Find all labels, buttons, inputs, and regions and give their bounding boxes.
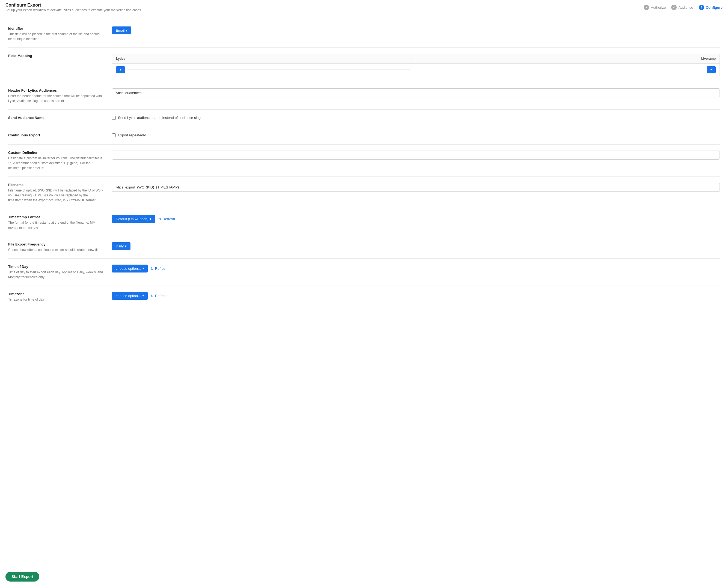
time-of-day-control: choose option... ▾ ↻ Refresh (112, 264, 720, 273)
field-mapping-title: Field Mapping (8, 54, 104, 58)
timezone-dropdown-label: choose option... (116, 294, 141, 298)
filename-label: Filename Filename of upload. {WORKID} wi… (8, 183, 112, 203)
step-authorize[interactable]: ✓ Authorize (644, 5, 666, 10)
identifier-control: Email ▾ (112, 26, 720, 34)
time-of-day-chevron: ▾ (142, 267, 144, 270)
section-header-lytics: Header For Lytics Audiences Enter the he… (8, 83, 720, 110)
header-lytics-title: Header For Lytics Audiences (8, 88, 104, 92)
time-of-day-refresh-btn[interactable]: ↻ Refresh (151, 266, 167, 271)
field-mapping-label: Field Mapping (8, 54, 112, 59)
time-of-day-refresh-icon: ↻ (151, 266, 154, 271)
identifier-dropdown[interactable]: Email ▾ (112, 26, 131, 34)
section-continuous-export: Continuous Export Export repeatedly (8, 127, 720, 145)
timezone-refresh-btn[interactable]: ↻ Refresh (151, 294, 167, 298)
continuous-export-control: Export repeatedly (112, 133, 720, 137)
timestamp-format-refresh-btn[interactable]: ↻ Refresh (158, 217, 175, 221)
page-subtitle: Set up your export workflow to activate … (5, 8, 142, 12)
timestamp-format-refresh-label: Refresh (163, 217, 175, 221)
continuous-export-checkbox-row[interactable]: Export repeatedly (112, 133, 720, 137)
time-of-day-desc: Time of day to start export each day. Ap… (8, 270, 104, 280)
step-audience-circle: ✓ (671, 5, 677, 10)
send-audience-name-checkbox[interactable] (112, 116, 116, 120)
liveramp-cell: ▾ (416, 64, 720, 76)
main-content: Identifier This field will be placed in … (0, 15, 728, 314)
step-audience-label: Audience (678, 5, 693, 9)
liveramp-dropdown[interactable]: ▾ (707, 66, 716, 73)
lytics-header: Lytics (112, 54, 416, 63)
top-bar-left: Configure Export Set up your export work… (5, 3, 142, 12)
liveramp-header: Liveramp (416, 54, 720, 63)
file-export-frequency-control: Daily ▾ (112, 242, 720, 250)
timezone-group: choose option... ▾ ↻ Refresh (112, 292, 720, 300)
timezone-title: Timezone (8, 292, 104, 296)
continuous-export-checkbox-label: Export repeatedly (118, 133, 146, 137)
section-send-audience-name: Send Audience Name Send Lytics audience … (8, 110, 720, 127)
file-export-frequency-dropdown[interactable]: Daily ▾ (112, 242, 131, 250)
custom-delimiter-desc: Designate a custom delimiter for your fi… (8, 156, 104, 170)
identifier-dropdown-label: Email ▾ (116, 28, 128, 32)
top-bar: Configure Export Set up your export work… (0, 0, 728, 15)
custom-delimiter-label: Custom Delimiter Designate a custom deli… (8, 150, 112, 170)
section-time-of-day: Time of Day Time of day to start export … (8, 259, 720, 286)
step-authorize-circle: ✓ (644, 5, 649, 10)
filename-title: Filename (8, 183, 104, 187)
lytics-dropdown[interactable]: ▾ (116, 66, 125, 73)
filename-desc: Filename of upload. {WORKID} will be rep… (8, 188, 104, 203)
header-lytics-label: Header For Lytics Audiences Enter the he… (8, 88, 112, 103)
time-of-day-label: Time of Day Time of day to start export … (8, 264, 112, 280)
filename-input[interactable] (112, 183, 720, 192)
header-lytics-desc: Enter the header name for the column tha… (8, 94, 104, 103)
identifier-desc: This field will be placed in the first c… (8, 32, 104, 42)
timestamp-format-desc: The format for the timestamp at the end … (8, 220, 104, 230)
timestamp-format-dropdown[interactable]: Default (Unix/Epoch) ▾ (112, 215, 155, 223)
filename-control (112, 183, 720, 192)
timezone-chevron: ▾ (142, 294, 144, 297)
continuous-export-checkbox[interactable] (112, 133, 116, 137)
section-timezone: Timezone Timezone for time of day choose… (8, 286, 720, 308)
timezone-dropdown[interactable]: choose option... ▾ (112, 292, 148, 300)
timestamp-refresh-icon: ↻ (158, 217, 161, 221)
header-lytics-input[interactable] (112, 88, 720, 97)
lytics-chevron: ▾ (120, 68, 121, 71)
time-of-day-group: choose option... ▾ ↻ Refresh (112, 264, 720, 273)
start-export-button[interactable]: Start Export (5, 572, 39, 582)
page-title: Configure Export (5, 3, 142, 8)
continuous-export-label: Continuous Export (8, 133, 112, 138)
section-identifier: Identifier This field will be placed in … (8, 21, 720, 48)
timestamp-format-title: Timestamp Format (8, 215, 104, 219)
timezone-refresh-label: Refresh (155, 294, 167, 298)
step-configure-circle: 3 (699, 5, 704, 10)
send-audience-name-checkbox-label: Send Lytics audience name instead of aud… (118, 116, 201, 120)
custom-delimiter-input[interactable] (112, 150, 720, 160)
section-timestamp-format: Timestamp Format The format for the time… (8, 209, 720, 236)
send-audience-name-checkbox-row[interactable]: Send Lytics audience name instead of aud… (112, 116, 720, 120)
section-filename: Filename Filename of upload. {WORKID} wi… (8, 177, 720, 209)
timezone-desc: Timezone for time of day (8, 297, 104, 302)
page-wrapper: Configure Export Set up your export work… (0, 0, 728, 587)
time-of-day-dropdown-label: choose option... (116, 266, 141, 271)
time-of-day-dropdown[interactable]: choose option... ▾ (112, 264, 148, 273)
step-authorize-label: Authorize (651, 5, 666, 9)
field-mapping-header: Lytics Liveramp (112, 54, 720, 64)
header-lytics-control (112, 88, 720, 97)
timestamp-format-control: Default (Unix/Epoch) ▾ ↻ Refresh (112, 215, 720, 223)
step-configure[interactable]: 3 Configure (699, 5, 723, 10)
timestamp-format-label: Timestamp Format The format for the time… (8, 215, 112, 230)
timezone-refresh-icon: ↻ (151, 294, 154, 298)
field-mapping-table: Lytics Liveramp ▾ ▾ (112, 54, 720, 76)
start-export-label: Start Export (12, 574, 33, 579)
step-audience[interactable]: ✓ Audience (671, 5, 693, 10)
time-of-day-title: Time of Day (8, 264, 104, 269)
liveramp-chevron: ▾ (710, 68, 712, 71)
section-custom-delimiter: Custom Delimiter Designate a custom deli… (8, 145, 720, 177)
send-audience-name-control: Send Lytics audience name instead of aud… (112, 116, 720, 120)
custom-delimiter-title: Custom Delimiter (8, 150, 104, 155)
send-audience-name-title: Send Audience Name (8, 116, 104, 120)
field-mapping-row: ▾ ▾ (112, 64, 720, 76)
step-configure-label: Configure (706, 5, 723, 9)
file-export-frequency-dropdown-label: Daily ▾ (116, 244, 127, 248)
section-file-export-frequency: File Export Frequency Choose how often a… (8, 236, 720, 259)
file-export-frequency-desc: Choose how often a continuous export sho… (8, 248, 104, 252)
mapping-line (127, 70, 410, 70)
time-of-day-refresh-label: Refresh (155, 266, 167, 271)
